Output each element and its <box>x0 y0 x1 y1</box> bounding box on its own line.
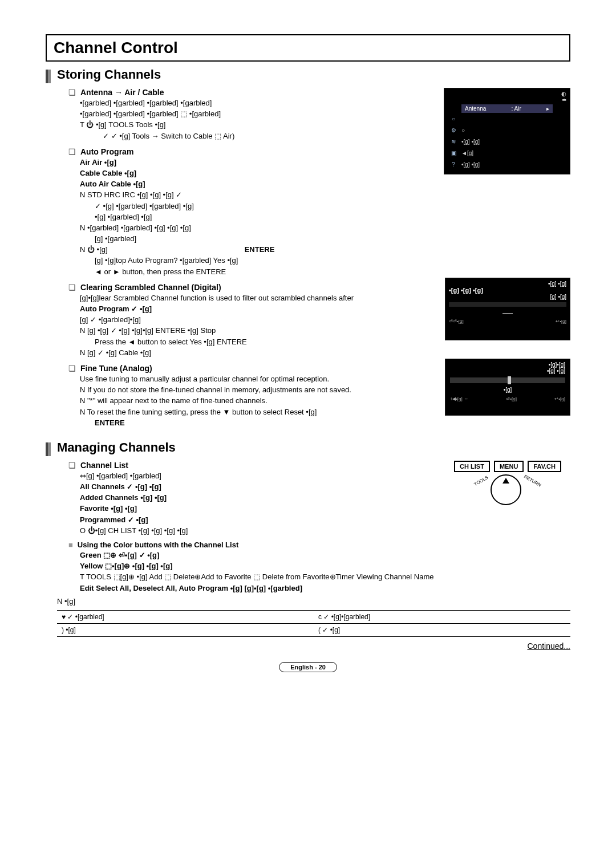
page-title-box: Channel Control <box>46 34 570 62</box>
text-line: N [g] ✓ •[g] Cable •[g] <box>80 348 570 358</box>
fine-tune-slider <box>450 377 565 383</box>
osd-footer-hint: ↕◀•[g] ↔ <box>450 396 468 401</box>
legend-cell: ( ✓ •[g] <box>314 623 570 636</box>
section-bar-icon <box>46 70 52 83</box>
osd-button <box>502 313 513 314</box>
legend-cell: ♥ ✓ •[garbled] <box>57 610 314 623</box>
help-icon: ? <box>449 161 458 168</box>
page-number-pill: English - 20 <box>279 662 337 672</box>
text-line: N STD HRC IRC •[g] •[g] •[g] ✓ <box>80 190 570 200</box>
section-storing-title: Storing Channels <box>57 67 570 82</box>
osd-row-text: ◄[g] <box>461 150 473 156</box>
remote-diagram: CH LIST MENU FAV.CH TOOLS RETURN <box>445 461 570 507</box>
osd-header-right: : Air <box>512 105 521 112</box>
osd-auto-program-preview: •[g] •[g] •[g] •[g] •[g] [g] •[g] ⏎⏎•[g]… <box>445 278 570 340</box>
osd-line: •[g]•[g] <box>445 361 570 368</box>
chevron-right-icon: ▸ <box>546 105 549 112</box>
slider-thumb-icon <box>508 376 511 384</box>
note-line: N •[g] <box>57 597 570 606</box>
text-line: Auto Air Cable •[g] <box>80 179 570 189</box>
sub-color-buttons: Using the Color buttons with the Channel… <box>68 541 570 549</box>
osd-top-icon: ◐ <box>561 91 566 97</box>
legend-cell: ) •[g] <box>57 623 314 636</box>
remote-chlist-button: CH LIST <box>454 461 490 472</box>
osd-button: •[g] <box>504 387 512 393</box>
legend-table: ♥ ✓ •[garbled] c ✓ •[g]•[garbled] ) •[g]… <box>57 610 570 637</box>
osd-row-text: •[g] •[g] <box>461 139 480 145</box>
osd-row: ▣◄[g] <box>447 147 570 159</box>
progress-bar <box>449 302 566 307</box>
osd-row-text: ○ <box>461 127 465 133</box>
text-line: O ⏻•[g] CH LIST •[g] •[g] •[g] •[g] <box>80 526 570 536</box>
input-icon: ▣ <box>449 150 458 156</box>
osd-header-row: Antenna : Air ▸ <box>461 104 553 113</box>
text-line: ENTERE <box>80 418 570 428</box>
osd-footer-hint: ↩•[g] <box>556 319 566 324</box>
osd-menu-preview: ◐ ≐ Antenna : Air ▸ ○ ⚙○ ≋•[g] •[g] ▣◄[g… <box>444 88 570 174</box>
text-line: Edit Select All, Deselect All, Auto Prog… <box>80 583 570 594</box>
text-line: N •[garbled] •[garbled] •[g] •[g] •[g] <box>80 223 570 233</box>
section-managing-title: Managing Channels <box>57 440 570 455</box>
osd-row-text: •[g] •[g] <box>461 161 480 168</box>
remote-tools-label: TOOLS <box>473 475 489 487</box>
osd-line: [g] •[g] <box>449 294 566 300</box>
osd-row: ?•[g] •[g] <box>447 159 570 170</box>
sub-auto-body: Air Air •[g] Cable Cable •[g] Auto Air C… <box>68 157 570 277</box>
text-line: N ⏻ •[g]ENTERE <box>80 245 570 255</box>
osd-top-icon: ≐ <box>562 97 566 103</box>
osd-line: •[g] •[g] •[g] <box>449 287 566 294</box>
text-line: ✓ •[g] •[garbled] •[garbled] •[g] <box>80 201 570 212</box>
page-title: Channel Control <box>54 39 562 57</box>
osd-row: ○ <box>447 113 570 124</box>
osd-fine-tune-preview: •[g]•[g] •[g] •[g] •[g] ↕◀•[g] ↔ ⏎•[g] ↩… <box>445 359 570 416</box>
sub-color-body: Green ⬚⊕ ⏎•[g] ✓ •[g] Yellow ⬚•[g]⊕ •[g]… <box>68 550 570 594</box>
section-storing: Storing Channels ◐ ≐ Antenna : Air ▸ ○ ⚙… <box>46 67 570 429</box>
text-line: [g] •[garbled] <box>80 234 570 244</box>
text-line: •[g] •[garbled] •[g] <box>80 212 570 222</box>
remote-favch-button: FAV.CH <box>528 461 561 472</box>
remote-dpad-icon <box>491 474 521 505</box>
text-line: Green ⬚⊕ ⏎•[g] ✓ •[g] <box>80 550 570 560</box>
osd-row: ≋•[g] •[g] <box>447 136 570 147</box>
up-arrow-icon <box>502 478 509 484</box>
section-managing: Managing Channels CH LIST MENU FAV.CH TO… <box>46 440 570 651</box>
globe-icon: ○ <box>449 116 458 122</box>
continued-link: Continued... <box>57 641 570 651</box>
section-bar-icon <box>46 442 52 456</box>
osd-line: •[g] •[g] <box>445 368 570 374</box>
osd-header-left: Antenna <box>465 105 486 112</box>
remote-menu-button: MENU <box>494 461 524 472</box>
text-line: Yellow ⬚•[g]⊕ •[g] •[g] •[g] <box>80 561 570 571</box>
legend-cell: c ✓ •[g]•[garbled] <box>314 610 570 623</box>
text-line: ◄ or ► button, then press the ENTERE <box>80 267 570 277</box>
text-line: T TOOLS ⬚[g]⊕ •[g] Add ⬚ Delete⊕Add to F… <box>80 572 570 582</box>
gear-icon: ⚙ <box>449 127 458 133</box>
osd-line: •[g] •[g] <box>449 281 566 287</box>
osd-row: ⚙○ <box>447 124 570 136</box>
text-line: [g] •[g]top Auto Program? •[garbled] Yes… <box>80 255 570 266</box>
signal-icon: ≋ <box>449 139 458 145</box>
remote-return-label: RETURN <box>523 474 542 488</box>
osd-footer-hint: ⏎•[g] <box>506 396 517 401</box>
osd-footer-hint: ↩•[g] <box>554 396 565 401</box>
osd-footer-hint: ⏎⏎•[g] <box>449 319 464 324</box>
text-line: Programmed ✓ •[g] <box>80 515 570 525</box>
